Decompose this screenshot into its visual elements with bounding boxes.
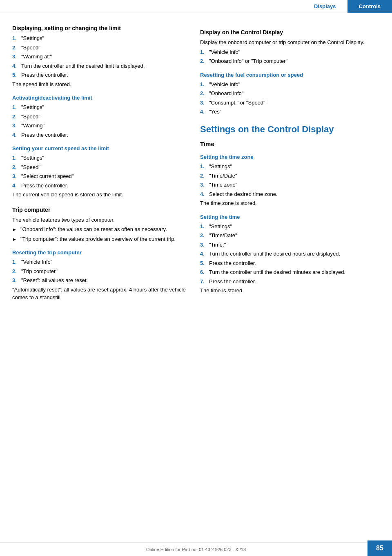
setting-time-zone-title: Setting the time zone — [200, 154, 376, 160]
list-item: 3. "Time zone" — [200, 181, 376, 189]
list-item: 1. "Settings" — [200, 222, 376, 231]
list-item: 1. "Vehicle Info" — [200, 80, 376, 89]
section-display-control-intro: Display the onboard computer or trip com… — [200, 38, 376, 47]
section-reset-trip-note: "Automatically reset": all values are re… — [12, 286, 188, 302]
section-current-speed-steps: 1. "Settings" 2. "Speed" 3. "Select curr… — [12, 154, 188, 189]
tab-controls[interactable]: Controls — [347, 0, 392, 13]
list-item: 2. "Time/Date" — [200, 231, 376, 240]
section-trip-computer-intro: The vehicle features two types of comput… — [12, 216, 188, 224]
section-trip-computer-title: Trip computer — [12, 206, 188, 214]
list-item: 3. "Time:" — [200, 241, 376, 249]
setting-time-note: The time is stored. — [200, 287, 376, 295]
list-item: 4. Select the desired time zone. — [200, 190, 376, 198]
setting-time-steps: 1. "Settings" 2. "Time/Date" 3. "Time:" … — [200, 222, 376, 286]
tab-displays-label: Displays — [314, 3, 336, 9]
list-item: 1. "Settings" — [12, 154, 188, 162]
list-item: 2. "Onboard info" — [200, 89, 376, 98]
section-displaying-steps: 1. "Settings" 2. "Speed" 3. "Warning at:… — [12, 34, 188, 79]
footer: Online Edition for Part no. 01 40 2 926 … — [0, 543, 392, 556]
list-item: ► "Trip computer": the values provide an… — [12, 235, 188, 243]
list-item: 2. "Onboard info" or "Trip computer" — [200, 57, 376, 65]
list-item: 5. Press the controller. — [12, 71, 188, 79]
list-item: 1. "Vehicle Info" — [200, 48, 376, 56]
section-displaying-title: Displaying, setting or changing the limi… — [12, 24, 188, 32]
list-item: 3. "Warning" — [12, 122, 188, 130]
section-reset-fuel-title: Resetting the fuel consumption or speed — [200, 72, 376, 78]
tab-displays[interactable]: Displays — [303, 0, 347, 13]
list-item: 2. "Speed" — [12, 113, 188, 121]
section-display-control-steps: 1. "Vehicle Info" 2. "Onboard info" or "… — [200, 48, 376, 65]
list-item: 6. Turn the controller until the desired… — [200, 268, 376, 276]
list-item: 4. Turn the controller until the desired… — [200, 250, 376, 258]
section-reset-trip-title: Resetting the trip computer — [12, 249, 188, 256]
list-item: 3. "Consumpt." or "Speed" — [200, 99, 376, 107]
list-item: 2. "Speed" — [12, 44, 188, 52]
list-item: 4. Press the controller. — [12, 182, 188, 190]
section-activating-title: Activating/deactivating the limit — [12, 95, 188, 101]
right-column: Display on the Control Display Display t… — [200, 21, 376, 303]
footer-text: Online Edition for Part no. 01 40 2 926 … — [146, 547, 246, 552]
section-activating-steps: 1. "Settings" 2. "Speed" 3. "Warning" 4.… — [12, 103, 188, 139]
list-item: 1. "Settings" — [12, 34, 188, 42]
section-reset-trip-steps: 1. "Vehicle Info" 2. "Trip computer" 3. … — [12, 258, 188, 285]
section-reset-fuel-steps: 1. "Vehicle Info" 2. "Onboard info" 3. "… — [200, 80, 376, 116]
left-column: Displaying, setting or changing the limi… — [12, 21, 188, 303]
setting-time-title: Setting the time — [200, 214, 376, 220]
list-item: 2. "Trip computer" — [12, 267, 188, 276]
header-tabs: Displays Controls — [0, 0, 392, 13]
list-item: 3. "Warning at:" — [12, 53, 188, 61]
list-item: 4. Press the controller. — [12, 131, 188, 139]
list-item: 3. "Select current speed" — [12, 172, 188, 180]
list-item: 1. "Settings" — [200, 162, 376, 171]
page-number: 85 — [368, 540, 392, 556]
time-section-title: Time — [200, 140, 376, 147]
tab-controls-label: Controls — [359, 3, 381, 9]
section-current-speed-title: Setting your current speed as the limit — [12, 145, 188, 151]
section-current-speed-note: The current vehicle speed is stored as t… — [12, 191, 188, 199]
list-item: 5. Press the controller. — [200, 259, 376, 267]
list-item: 4. Turn the controller until the desired… — [12, 62, 188, 70]
list-item: 2. "Speed" — [12, 163, 188, 171]
list-item: 4. "Yes" — [200, 108, 376, 116]
main-content: Displaying, setting or changing the limi… — [0, 13, 392, 320]
section-display-control-title: Display on the Control Display — [200, 29, 376, 36]
section-displaying-note: The speed limit is stored. — [12, 80, 188, 89]
list-item: 7. Press the controller. — [200, 278, 376, 286]
list-item: ► "Onboard info": the values can be rese… — [12, 225, 188, 234]
setting-time-zone-steps: 1. "Settings" 2. "Time/Date" 3. "Time zo… — [200, 162, 376, 198]
setting-time-zone-note: The time zone is stored. — [200, 199, 376, 207]
big-section-title: Settings on the Control Display — [200, 124, 376, 135]
list-item: 3. "Reset": all values are reset. — [12, 276, 188, 285]
list-item: 1. "Settings" — [12, 103, 188, 111]
trip-computer-bullets: ► "Onboard info": the values can be rese… — [12, 225, 188, 243]
list-item: 2. "Time/Date" — [200, 172, 376, 180]
list-item: 1. "Vehicle Info" — [12, 258, 188, 266]
